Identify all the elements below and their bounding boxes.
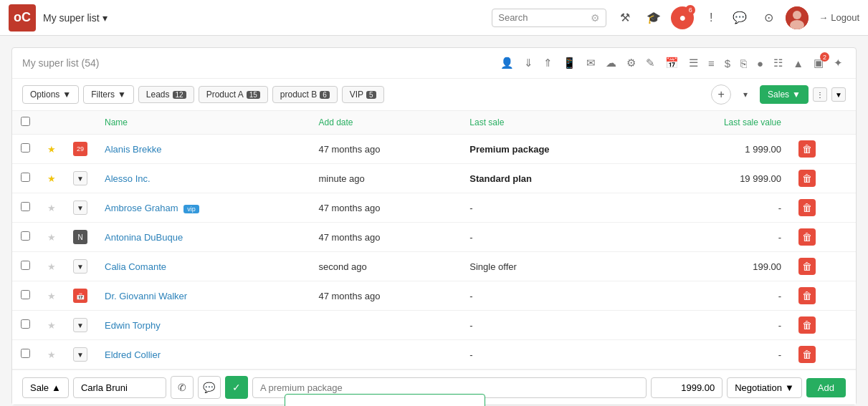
star-icon-empty[interactable]: ★ <box>47 232 56 243</box>
row-icon-dropdown[interactable]: ▼ <box>73 259 87 274</box>
star-icon-empty[interactable]: ★ <box>47 349 56 360</box>
sms-icon-button[interactable]: 💬 <box>198 376 221 399</box>
sale-type-button[interactable]: Sale ▲ <box>22 377 69 398</box>
list-view-icon[interactable]: ☰ <box>686 55 701 71</box>
copy-icon[interactable]: ⎘ <box>738 56 750 71</box>
row-checkbox[interactable] <box>21 319 30 329</box>
filters-button[interactable]: Filters ▼ <box>83 85 134 104</box>
add-date-column-header: Add date <box>310 111 461 135</box>
contact-name-input[interactable] <box>73 377 166 398</box>
row-checkbox[interactable] <box>21 290 30 299</box>
cloud-icon[interactable]: ☁ <box>603 55 619 71</box>
confirm-contact-button[interactable]: ✓ <box>225 376 248 399</box>
dollar-icon[interactable]: $ <box>722 56 733 71</box>
filter-tag-product-b[interactable]: product B 6 <box>272 86 338 103</box>
note-tooltip[interactable]: Carla want a premium package from our of… <box>285 394 485 406</box>
view-toggle-button[interactable]: ⋮ <box>813 87 827 102</box>
row-checkbox[interactable] <box>21 261 30 270</box>
amount-input[interactable] <box>651 377 722 398</box>
logout-button[interactable]: → Logout <box>819 12 859 23</box>
row-checkbox[interactable] <box>21 143 30 153</box>
email-icon[interactable]: ✉ <box>583 55 598 71</box>
columns-icon[interactable]: ≡ <box>705 56 717 71</box>
sales-button[interactable]: Sales ▼ <box>760 85 809 104</box>
row-icon-dropdown[interactable]: ▼ <box>73 200 87 215</box>
negotiation-button[interactable]: Negotiation ▼ <box>727 377 802 398</box>
list-name-selector[interactable]: My super list ▾ <box>43 12 108 24</box>
exclamation-icon[interactable]: ! <box>700 6 722 29</box>
add-date-cell: 47 months ago <box>310 193 461 223</box>
star-icon-filled[interactable]: ★ <box>47 173 56 184</box>
calendar-icon[interactable]: 📅 <box>662 55 682 71</box>
view-toggle-down[interactable]: ▼ <box>831 87 846 102</box>
grid-apps-icon[interactable]: ⊙ <box>757 6 780 29</box>
name-column-header: Name <box>96 111 310 135</box>
options-button[interactable]: Options ▼ <box>22 85 79 104</box>
contact-name-link[interactable]: Alanis Brekke <box>105 144 161 155</box>
last-sale-value-cell: - <box>647 193 790 223</box>
add-contact-icon[interactable]: 👤 <box>497 55 517 71</box>
last-sale-value-cell: 1 999.00 <box>647 135 790 164</box>
delete-button[interactable]: 🗑 <box>798 228 816 246</box>
last-sale-cell: Standard plan <box>469 173 532 184</box>
document-icon[interactable]: ▣ <box>811 55 826 71</box>
row-icon-dropdown[interactable]: ▼ <box>73 171 87 185</box>
gear-icon[interactable]: ⚙ <box>624 55 639 71</box>
download-icon[interactable]: ⇓ <box>521 55 536 71</box>
phone-icon-button[interactable]: ✆ <box>171 376 194 399</box>
star-icon-filled[interactable]: ★ <box>47 144 56 155</box>
search-input[interactable] <box>498 12 591 23</box>
user-avatar[interactable] <box>786 6 809 29</box>
chat-icon[interactable]: 💬 <box>728 6 751 29</box>
contact-name-link[interactable]: Ambrose Graham <box>105 203 178 213</box>
delete-button[interactable]: 🗑 <box>798 170 816 187</box>
star-icon-empty[interactable]: ★ <box>47 320 56 331</box>
star-icon-empty[interactable]: ★ <box>47 203 56 213</box>
contact-name-link[interactable]: Edwin Torphy <box>105 320 161 331</box>
delete-button[interactable]: 🗑 <box>798 199 816 216</box>
delete-button[interactable]: 🗑 <box>798 346 816 363</box>
add-sale-button[interactable]: Add <box>806 378 846 397</box>
row-checkbox[interactable] <box>21 231 30 241</box>
row-checkbox[interactable] <box>21 173 30 182</box>
last-sale-column-header: Last sale <box>461 111 647 135</box>
row-icon-dropdown[interactable]: ▼ <box>73 347 87 362</box>
row-icon-calendar[interactable]: 📅 <box>73 289 87 303</box>
tag-icon[interactable]: ✎ <box>643 55 658 71</box>
delete-button[interactable]: 🗑 <box>798 258 816 275</box>
star-icon-empty[interactable]: ★ <box>47 291 56 301</box>
mobile-icon[interactable]: 📱 <box>560 55 579 71</box>
contact-name-link[interactable]: Eldred Collier <box>105 349 161 360</box>
graduation-icon[interactable]: 🎓 <box>642 6 665 29</box>
notification-icon[interactable]: ● 6 <box>671 6 694 29</box>
chart-icon[interactable]: ▲ <box>790 56 806 71</box>
filter-tag-product-a[interactable]: Product A 15 <box>199 86 268 103</box>
delete-button[interactable]: 🗑 <box>798 287 816 304</box>
add-date-cell <box>310 311 461 340</box>
contact-name-link[interactable]: Dr. Giovanni Walker <box>105 291 187 301</box>
select-all-checkbox[interactable] <box>21 117 30 126</box>
delete-button[interactable]: 🗑 <box>798 316 816 334</box>
table-row: ★ 29 Alanis Brekke 47 months ago Premium… <box>12 135 856 164</box>
clock-icon[interactable]: ● <box>754 56 766 71</box>
search-box[interactable]: ⚙ <box>492 9 606 27</box>
row-icon-dropdown[interactable]: ▼ <box>73 318 87 332</box>
contact-name-link[interactable]: Antonina DuBuque <box>105 232 183 243</box>
star-icon-empty[interactable]: ★ <box>47 261 56 272</box>
row-checkbox[interactable] <box>21 349 30 358</box>
more-options-button[interactable]: ▾ <box>735 84 755 105</box>
row-icon-red[interactable]: 29 <box>73 142 87 156</box>
add-filter-button[interactable]: + <box>711 84 731 105</box>
contact-name-link[interactable]: Alesso Inc. <box>105 173 151 184</box>
table-icon[interactable]: ☷ <box>771 55 786 71</box>
magic-wand-icon[interactable]: ✦ <box>831 55 846 71</box>
filter-tag-leads[interactable]: Leads 12 <box>138 86 194 103</box>
contact-name-link[interactable]: Calia Comante <box>105 261 166 272</box>
delete-button[interactable]: 🗑 <box>798 140 816 158</box>
tune-icon[interactable]: ⚒ <box>614 6 636 29</box>
upload-icon[interactable]: ⇑ <box>540 55 555 71</box>
row-checkbox[interactable] <box>21 202 30 211</box>
negotiation-chevron-icon: ▼ <box>785 382 794 393</box>
settings-gear-icon[interactable]: ⚙ <box>591 12 600 24</box>
filter-tag-vip[interactable]: VIP 5 <box>342 86 384 103</box>
